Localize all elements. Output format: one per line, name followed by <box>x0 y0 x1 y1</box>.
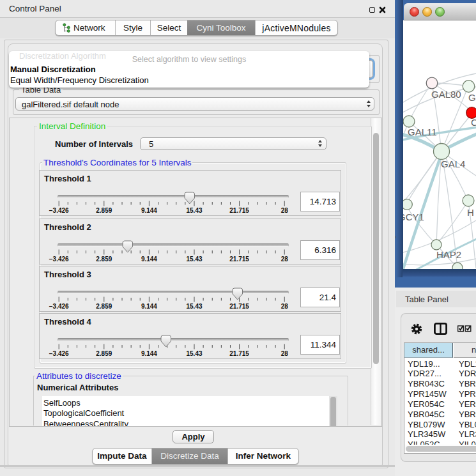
svg-text:GAL4: GAL4 <box>441 158 465 169</box>
svg-text:C: C <box>471 117 476 128</box>
svg-text:G.: G. <box>468 92 476 103</box>
svg-text:H: H <box>467 207 474 218</box>
svg-text:GAL80: GAL80 <box>431 89 461 100</box>
svg-text:HAP2: HAP2 <box>436 249 461 260</box>
svg-text:GAL11: GAL11 <box>408 127 437 137</box>
svg-text:GCY1: GCY1 <box>403 211 424 222</box>
